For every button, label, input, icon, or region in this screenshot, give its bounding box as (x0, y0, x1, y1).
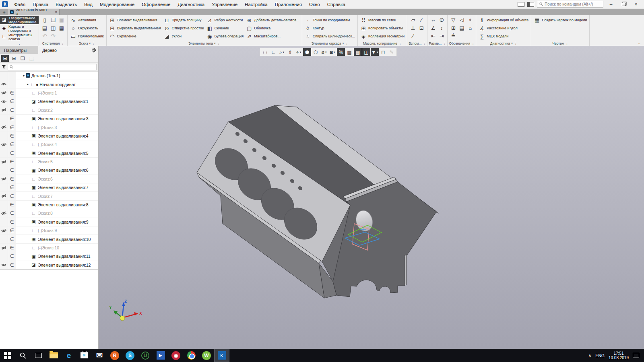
section-cell[interactable]: ∈ (8, 209, 16, 217)
section-cell[interactable] (8, 72, 16, 80)
object-info-button[interactable]: ℹИнформация об объекте (478, 16, 529, 24)
dim-linear-icon[interactable]: ↔ (429, 16, 437, 24)
copy-objects-button[interactable]: ⊞Копировать объекты (359, 24, 405, 32)
tree-row-Эскиз:6[interactable]: ∈∟Эскиз:6 (0, 175, 98, 183)
tree-row-Элемент выдавливания:3[interactable]: ∈▣Элемент выдавливания:3 (0, 115, 98, 123)
window-split-icon[interactable] (527, 2, 534, 7)
dim-to-icon[interactable]: ⇥ (438, 32, 446, 40)
group-dropdown-icon[interactable]: ▾ (89, 42, 91, 45)
kompas-3d[interactable]: K (214, 349, 229, 362)
aux-axis-icon[interactable]: ∕ (417, 16, 425, 24)
tree-row-Эскиз:8[interactable]: ∈∟Эскиз:8 (0, 209, 98, 218)
print-preview-icon[interactable]: ◫ (49, 24, 57, 32)
geometry-collection-button[interactable]: ◈Коллекция геометрии (359, 32, 405, 40)
app-red[interactable]: ◉ (168, 349, 184, 362)
boolean-button[interactable]: ◉Булева операция (206, 32, 244, 40)
section-cell[interactable]: ∈ (8, 235, 16, 243)
ribbon-collapse-button[interactable]: ⌄ (634, 40, 644, 46)
visibility-cell[interactable] (0, 132, 8, 140)
toolset-solid-modeling[interactable]: ◪Твердотельное моделирование (0, 16, 39, 24)
section-cell[interactable]: ∈ (8, 201, 16, 209)
eye-off-icon[interactable] (1, 228, 6, 233)
save-as-icon[interactable]: ▦ (58, 24, 66, 32)
viewport-3d[interactable]: Z Y X ⋮⋮∟⌕▾⇧⌖▾⬢⬡ø▾◙▾%▦▩◫▼▾⊓✎ (99, 46, 644, 349)
visibility-cell[interactable] (0, 226, 8, 234)
drawing-from-model-button[interactable]: ▦Создать чертеж по модели (533, 16, 588, 24)
tree-row-(-)Эскиз:3[interactable]: ∈∟(-)Эскиз:3 (0, 123, 98, 132)
visibility-cell[interactable] (0, 218, 8, 226)
group-dropdown-icon[interactable]: ▾ (343, 42, 344, 45)
tree-row-Элемент выдавливания:9[interactable]: ∈▣Элемент выдавливания:9 (0, 218, 98, 226)
tree-row-Элемент выдавливания:4[interactable]: ∈▣Элемент выдавливания:4 (0, 132, 98, 140)
print-icon[interactable]: ▤ (41, 24, 49, 32)
circle-button[interactable]: ○Окружность (69, 24, 105, 32)
note-level-icon[interactable]: ≜ (449, 32, 457, 40)
menu-item-управление[interactable]: Управление (208, 1, 241, 8)
visibility-cell[interactable] (0, 201, 8, 209)
texture-display-button[interactable]: ▩ (354, 48, 362, 56)
edge-browser[interactable]: e (61, 349, 76, 362)
tree-structure-view-button[interactable]: ⊟ (1, 55, 9, 62)
skype[interactable]: S (122, 349, 138, 362)
section-cell[interactable]: ∈ (8, 261, 16, 269)
tree-row-(-)Эскиз:4[interactable]: ∈∟(-)Эскиз:4 (0, 140, 98, 149)
mass-properties-button[interactable]: ∑МЦХ модели (478, 32, 529, 40)
visibility-cell[interactable] (0, 97, 8, 105)
tree-row-Эскиз:5[interactable]: ∈∟Эскиз:5 (0, 158, 98, 166)
menu-item-окно[interactable]: Окно (305, 1, 324, 8)
aux-plane-2-icon[interactable]: ⊥ (409, 24, 417, 32)
section-cell[interactable]: ∈ (8, 123, 16, 131)
close-button[interactable]: × (631, 2, 641, 7)
file-explorer[interactable] (46, 349, 61, 362)
menu-item-выделить[interactable]: Выделить (52, 1, 80, 8)
dropdown-arrow-icon[interactable]: ▾ (377, 51, 378, 54)
eye-off-icon[interactable] (1, 142, 6, 147)
toolset-wireframe-surfaces[interactable]: ◈Каркас и поверхности (0, 24, 39, 33)
note-mark-icon[interactable]: ▤ (458, 24, 466, 32)
visibility-cell[interactable] (0, 140, 8, 148)
zoom-tool-button[interactable]: ⌕▾ (278, 48, 286, 56)
tree-row-Деталь (Тел-1)[interactable]: ▾Деталь (Тел-1) (0, 72, 98, 80)
visibility-cell[interactable] (0, 72, 8, 80)
visibility-cell[interactable] (0, 158, 8, 166)
save-doc-icon[interactable]: ▣ (58, 16, 66, 24)
tree-relations-view-button[interactable]: ❏ (19, 55, 27, 62)
point-by-coords-button[interactable]: ·Точка по координатам (304, 16, 356, 24)
tree-search-input[interactable] (8, 64, 97, 70)
visibility-cell[interactable] (0, 166, 8, 174)
section-cell[interactable]: ∈ (8, 140, 16, 148)
note-target-icon[interactable]: ⌖ (466, 16, 474, 24)
visibility-cell[interactable] (0, 209, 8, 217)
eye-icon[interactable] (1, 82, 6, 86)
menu-item-приложения[interactable]: Приложения (271, 1, 305, 8)
fillet-button[interactable]: ◠Скругление (108, 32, 162, 40)
section-cell[interactable]: ∈ (8, 97, 16, 105)
menu-item-оформление[interactable]: Оформление (138, 1, 174, 8)
eye-icon[interactable] (1, 99, 6, 104)
section-display-button[interactable]: % (337, 48, 345, 56)
tree-row-Элемент выдавливания:12[interactable]: ∈◪Элемент выдавливания:12 (0, 261, 98, 269)
eye-off-icon[interactable] (1, 246, 6, 250)
orientation-axes-button[interactable]: ⌖▾ (295, 48, 303, 56)
rib-button[interactable]: ⊿Ребро жесткости (206, 16, 244, 24)
redo-icon[interactable]: ↷ (49, 32, 57, 40)
tree-row-Элемент выдавливания:1[interactable]: ∈◪Элемент выдавливания:1 (0, 97, 98, 106)
section-cell[interactable]: ∈ (8, 132, 16, 140)
simple-hole-button[interactable]: ⊙Отверстие простое (163, 24, 204, 32)
add-stock-part-button[interactable]: ⊕Добавить деталь-заготов... (245, 16, 300, 24)
tree-row-Элемент выдавливания:7[interactable]: ∈▣Элемент выдавливания:7 (0, 183, 98, 192)
scale-button[interactable]: ⇗Масштабиров... (245, 32, 300, 40)
draft-button[interactable]: ◢Уклон (163, 32, 204, 40)
tree-selection-view-button[interactable]: ⬚ (28, 55, 35, 62)
visibility-cell[interactable] (0, 115, 8, 123)
dim-vertical-icon[interactable]: ↕ (438, 24, 446, 32)
aux-lcs-icon[interactable]: ⊡ (417, 24, 425, 32)
visibility-cell[interactable] (0, 235, 8, 243)
tree-row-(-)Эскиз:10[interactable]: ∈∟(-)Эскиз:10 (0, 244, 98, 252)
visibility-cell[interactable] (0, 261, 8, 269)
dropdown-arrow-icon[interactable]: ▾ (334, 51, 335, 54)
expand-arrow-icon[interactable]: ▸ (26, 82, 30, 86)
wireframe-view-button[interactable]: ⬡ (312, 48, 320, 56)
extrude-button[interactable]: ⊞Элемент выдавливания (108, 16, 162, 24)
restore-button[interactable] (619, 2, 628, 7)
